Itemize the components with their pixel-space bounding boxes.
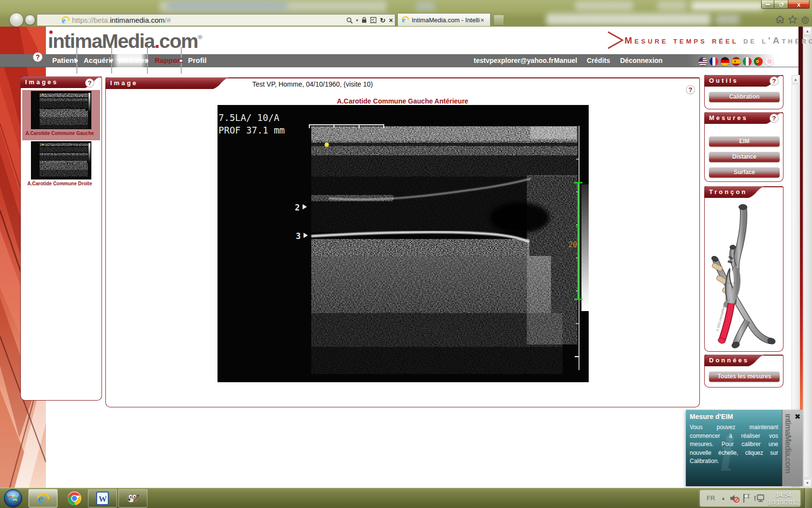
account-email[interactable]: testvpexplorer@yahoo.fr <box>474 54 553 67</box>
image-panel: Image Test VP, Homme, 04/10/1960, (visit… <box>105 77 700 407</box>
nav-link-manuel[interactable]: Manuel <box>554 54 577 67</box>
nav-item-profil[interactable]: Profil <box>188 54 206 67</box>
nav-item-mesures[interactable]: Mesures <box>119 54 148 67</box>
notification-close-icon[interactable]: ✖ <box>795 413 800 420</box>
flag-pt-icon[interactable] <box>754 57 763 66</box>
distance-button[interactable]: Distance <box>709 152 780 162</box>
home-icon[interactable] <box>775 15 785 24</box>
images-help-icon[interactable]: ? <box>85 78 94 88</box>
volume-muted-icon[interactable] <box>730 494 740 503</box>
site-logo[interactable]: ıntimaMedia.com® <box>48 30 203 52</box>
new-tab-button[interactable] <box>493 15 504 25</box>
taskbar-gimp-button[interactable] <box>118 489 147 508</box>
donnees-panel: Données Toutes les mesures <box>704 355 783 388</box>
browser-forward-button[interactable]: → <box>25 15 35 25</box>
browser-command-icons <box>775 14 812 25</box>
thumbnail-caption[interactable]: A.Carotide Commune Gauche <box>21 131 99 136</box>
tab-close-icon[interactable]: × <box>480 16 484 24</box>
toutes-les-mesures-button[interactable]: Toutes les mesures <box>709 372 780 382</box>
tab-title: IntimaMedia.com - Intellig... <box>412 16 479 24</box>
refresh-icon[interactable]: ↻ <box>380 16 386 24</box>
taskbar-ie-button[interactable]: e <box>29 489 58 508</box>
stop-icon[interactable]: × <box>389 16 393 24</box>
notification-watermark-logo: ıntimaMedia.com <box>783 414 793 473</box>
artery-diagram[interactable]: © 2011 IntimaMedia.com <box>709 201 780 349</box>
thumbnail-caption[interactable]: A.Carotide Commune Droite <box>21 181 99 186</box>
flag-it-icon[interactable] <box>743 57 752 66</box>
nav-item-rapport[interactable]: Rapport <box>155 54 183 67</box>
us-text-line1: 7.5LA/ 10/A <box>218 112 279 123</box>
donnees-panel-title: Données <box>709 357 749 364</box>
network-icon[interactable] <box>754 494 765 503</box>
outils-help-icon[interactable]: ? <box>769 76 779 86</box>
nav-bullet <box>180 60 182 62</box>
troncon-panel: Tronçon <box>704 186 783 352</box>
compatibility-view-icon[interactable] <box>370 17 377 23</box>
flag-es-icon[interactable] <box>732 57 740 66</box>
notification-body: i Mesure d'EIM Vous pouvez maintenant co… <box>686 410 782 486</box>
search-dropdown-caret-icon[interactable]: ▾ <box>356 18 359 23</box>
flag-de-icon[interactable] <box>721 57 729 66</box>
nav-item-acquerir[interactable]: Acquérir <box>84 54 114 67</box>
favorites-star-icon[interactable] <box>788 15 798 24</box>
word-icon: W <box>96 492 109 505</box>
svg-text:W: W <box>99 494 107 504</box>
clock-time: 14:54 <box>767 491 800 499</box>
window-minimize-button[interactable] <box>761 0 774 9</box>
taskbar-clock[interactable]: 14:54 10/10/2012 <box>767 491 800 507</box>
tools-gear-icon[interactable] <box>800 15 810 24</box>
nav-bullet <box>146 60 148 62</box>
search-icon[interactable] <box>346 17 353 24</box>
scroll-down-icon[interactable]: ▼ <box>803 479 812 487</box>
eim-button[interactable]: EIM <box>709 136 780 147</box>
flag-disabled-icon[interactable] <box>765 57 774 66</box>
tray-expand-icon[interactable]: ▲ <box>721 496 725 501</box>
ie-icon: e <box>36 491 50 506</box>
window-close-button[interactable]: x <box>788 0 810 9</box>
back-arrow-icon: ← <box>13 16 21 24</box>
patient-info: Test VP, Homme, 04/10/1960, (visite 10) <box>252 80 373 88</box>
surface-button[interactable]: Surface <box>709 167 780 178</box>
nav-link-deconnexion[interactable]: Déconnexion <box>620 54 663 67</box>
scroll-up-icon[interactable]: ▲ <box>803 27 812 35</box>
nav-help-icon[interactable]: ? <box>33 52 43 62</box>
window-restore-button[interactable] <box>774 0 788 9</box>
show-desktop-button[interactable] <box>804 488 812 508</box>
close-icon: x <box>797 1 800 8</box>
ultrasound-image[interactable]: 7.5LA/ 10/A PROF 37.1 mm 2 3 <box>218 105 589 382</box>
nav-link-credits[interactable]: Crédits <box>587 54 610 67</box>
start-button[interactable] <box>3 489 23 508</box>
taskbar: e W <box>0 488 812 508</box>
taskbar-chrome-button[interactable] <box>60 489 89 508</box>
address-bar[interactable]: e https://beta.intimamedia.com/# ▾ ↻ × <box>37 14 395 26</box>
logo-red-dot <box>49 30 53 34</box>
thumbnail-carotide-gauche[interactable] <box>31 91 91 129</box>
calibration-button[interactable]: Calibration <box>709 92 780 102</box>
window-scrollbar[interactable]: ▲ ▼ <box>803 27 812 488</box>
security-lock-icon <box>362 17 367 23</box>
flag-us-icon[interactable] <box>698 57 707 66</box>
url-text: https://beta.intimamedia.com/# <box>72 16 171 24</box>
minimize-icon <box>766 4 770 5</box>
ie-favicon: e <box>60 15 70 25</box>
taskbar-word-button[interactable]: W <box>88 489 117 508</box>
thumbnail-carotide-droite[interactable] <box>31 141 91 179</box>
browser-tab[interactable]: e IntimaMedia.com - Intellig... × <box>397 13 491 26</box>
flag-fr-icon[interactable] <box>710 57 718 66</box>
image-panel-header: Image <box>105 77 229 89</box>
browser-back-button[interactable]: ← <box>9 13 24 27</box>
troncon-panel-header: Tronçon <box>704 186 765 198</box>
image-title: A.Carotide Commune Gauche Antérieure <box>106 97 699 105</box>
content-scroll-up-icon[interactable]: ▲ <box>792 75 799 84</box>
mesures-help-icon[interactable]: ? <box>769 114 779 123</box>
donnees-panel-header: Données <box>704 355 765 366</box>
action-center-flag-icon[interactable] <box>742 493 750 503</box>
image-help-icon[interactable]: ? <box>686 85 695 94</box>
tray-language-indicator[interactable]: FR <box>707 494 715 502</box>
window-scrollbar-thumb[interactable] <box>803 36 812 478</box>
outils-panel: Outils ? Calibration <box>704 75 783 109</box>
nav-item-patient[interactable]: Patient <box>52 54 76 67</box>
forward-arrow-icon: → <box>27 17 33 23</box>
mesures-panel-title: Mesures <box>709 114 748 121</box>
us-marker-2: 2 <box>295 203 300 212</box>
